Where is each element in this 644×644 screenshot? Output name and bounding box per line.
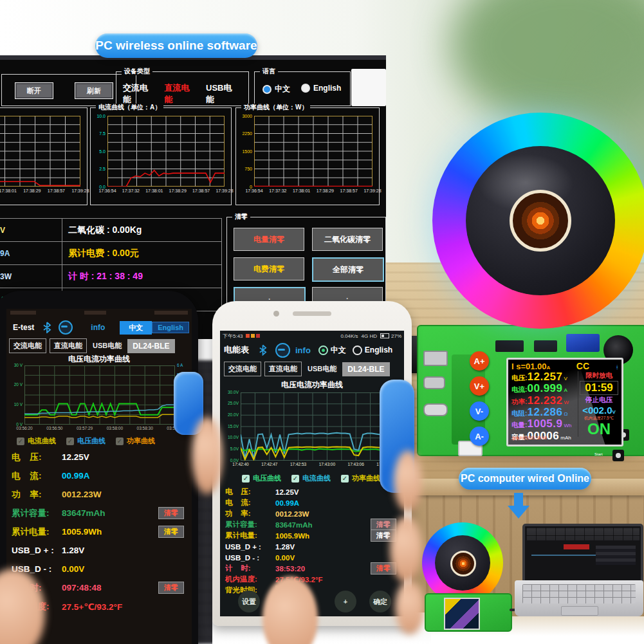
laptop-screen-ui [526,528,639,540]
globe-icon[interactable] [275,343,290,358]
device-type-tab[interactable]: 直流电能 [165,82,198,106]
tab-直流电能[interactable]: 直流电能 [264,362,302,376]
radio-english[interactable]: English [301,84,341,93]
clear-button[interactable]: 全部清零 [312,257,384,282]
chart-plot [24,365,175,425]
radio-cn[interactable]: 中文 [318,345,346,356]
row-value: 00.99A [275,499,299,507]
status-bar [10,311,188,317]
finger [394,450,422,512]
disconnect-button[interactable]: 断开 [15,82,53,99]
axis-tick: 17:43:00 [311,463,342,467]
checkbox-label: 电压曲线 [77,436,106,446]
stat-value: 计 时 : 21 : 38 : 49 [68,271,143,282]
data-row: USB_D + :1.28V [225,541,400,552]
data-row: 机内温度:27.5℃/93.2°F [225,574,400,585]
terminal-A+: A+ [470,351,489,371]
data-row: 累计容量:83647mAh清零 [12,504,188,522]
tab-DL24-BLE[interactable]: DL24-BLE [342,362,389,376]
bluetooth-icon [42,322,52,333]
laptop-ui-accent [564,544,589,549]
nav-button-设置[interactable]: 设置 [238,591,260,612]
row-label: 计 时: [225,564,275,573]
axis-tick: 03:57:29 [69,427,100,431]
battery-icon [380,333,389,338]
clear-button[interactable]: 二氧化碳清零 [312,228,383,251]
row-value: 1005.9Wh [275,532,309,540]
stat-value: 累计电费 : 0.00元 [68,248,139,259]
radio-dot [353,345,362,355]
nav-button-+[interactable]: + [335,591,356,612]
tab-USB电能[interactable]: USB电能 [90,338,124,353]
row-label: 累计电量: [225,531,275,540]
tft-row: 电流:00.999A [511,383,576,394]
curve-checkbox-功率曲线[interactable]: ✓功率曲线 [116,436,155,446]
checkbox-label: 功率曲线 [127,436,155,446]
stop-voltage-value: <002.0V [578,405,620,416]
laptop-ui-accent-3 [596,546,636,565]
clear-row-button[interactable]: 清零 [158,582,184,594]
bubble-wireless: PC wireless online software [95,33,257,58]
lang-en-button[interactable]: English [152,322,189,333]
mini-rgb-fan [422,522,503,603]
row-value: 1.28V [275,543,295,551]
clear-button[interactable]: 电量清零 [234,228,304,251]
lang-cn-button[interactable]: 中文 [120,321,152,335]
row-label: 机内温度: [225,575,275,584]
row-label: USB_D + : [225,543,275,551]
device-type-tab[interactable]: 交流电能 [123,82,156,106]
terminal-A-: A- [470,427,489,446]
curve-checkbox-电压曲线[interactable]: ✓电压曲线 [66,436,106,446]
tab-交流电能[interactable]: 交流电能 [224,362,261,376]
tab-USB电能[interactable]: USB电能 [305,362,339,376]
info-link[interactable]: info [295,345,311,355]
chart-plot [0,116,80,187]
terminal-badges: A+V+V-A- [470,351,492,448]
row-value: 27.5+℃/93.2°F [62,602,122,612]
clear-row-button[interactable]: 清零 [158,526,184,538]
nav-button-确定[interactable]: 确定 [369,591,391,612]
laptop-screen [522,524,643,585]
row-label: 累计电量: [12,526,62,538]
radio-chinese[interactable]: 中文 [262,84,290,95]
info-link[interactable]: info [91,323,105,332]
earpiece [293,311,331,316]
tft-footer: 放电时间021:38:49 [511,436,547,441]
app-icon-dot [251,334,255,338]
current-chart-box: 电流曲线（单位：A） 10.07.55.02.50.017:36:5417:37… [90,107,232,205]
checkbox-label: 电流曲线 [302,474,331,483]
status-signal: 4G HD [362,333,377,339]
axis-tick: 17:39:28 [357,189,386,193]
laptop-keys [522,584,636,603]
curve-checkbox-功率曲线[interactable]: ✓功率曲线 [341,474,380,483]
tab-交流电能[interactable]: 交流电能 [9,338,46,353]
axis-tick: 17:42:53 [283,463,314,467]
axis-tick: 20 V [8,383,23,387]
data-row: USB_D - :0.00V [12,560,188,578]
language-label: 语言 [260,68,278,75]
stop-voltage-label: 停止电压 [578,396,620,405]
down-arrow-stem [514,493,523,506]
device-type-group: 设备类型 交流电能直流电能USB电能 [116,71,249,106]
phone-mid-chart: 30.0V25.0V20.0V15.0V10.0V5.0V0.0V6.0A5.0… [221,390,401,470]
data-row: 功 率:0012.23W [225,508,400,519]
tft-measure-rows: 电压:12.257V电流:00.999A功率:12.232W电阻:12.286Ω… [511,371,576,442]
device-type-tab[interactable]: USB电能 [206,82,239,106]
tab-直流电能[interactable]: 直流电能 [50,338,87,353]
curve-checkbox-电流曲线[interactable]: ✓电流曲线 [17,436,56,446]
row-label: 电 压: [225,487,275,497]
chart-series [0,181,80,185]
row-label: 电 流: [225,498,275,508]
timed-value: 01:59 [580,381,618,395]
tab-DL24-BLE[interactable]: DL24-BLE [127,339,174,353]
clear-row-button[interactable]: 清零 [158,507,184,519]
chart-plot [241,392,385,461]
row-value: 12.25V [275,488,299,496]
refresh-button[interactable]: 刷新 [75,82,113,99]
checkbox-icon: ✓ [242,475,250,483]
clear-button[interactable]: 电费清零 [234,257,304,281]
radio-en[interactable]: English [353,345,392,355]
globe-icon[interactable] [59,320,73,335]
curve-checkbox-电压曲线[interactable]: ✓电压曲线 [242,474,281,483]
curve-checkbox-电流曲线[interactable]: ✓电流曲线 [291,474,331,483]
